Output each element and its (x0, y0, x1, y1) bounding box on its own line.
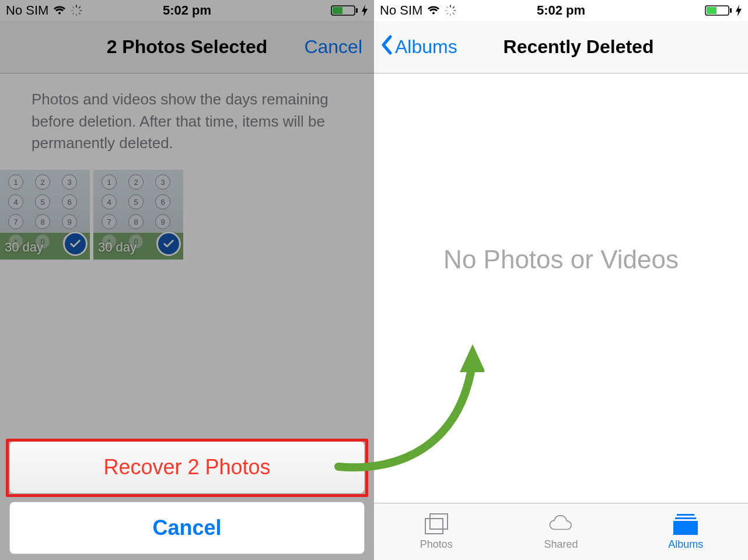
tab-label: Albums (668, 538, 703, 551)
selected-checkmark-icon (63, 232, 88, 256)
svg-rect-23 (430, 514, 448, 529)
nav-title: Recently Deleted (504, 36, 654, 58)
status-time: 5:02 pm (0, 3, 374, 18)
status-time: 5:02 pm (374, 3, 748, 18)
screen-recover-sheet: No SIM 5:02 pm 2 Photos Selected Cancel … (0, 0, 374, 560)
tab-photos[interactable]: Photos (374, 503, 499, 560)
photo-thumbnail[interactable]: 123 456 789 *0# 30 day (93, 170, 183, 260)
cloud-icon (548, 513, 575, 536)
action-sheet: Recover 2 Photos Cancel (9, 433, 365, 554)
tab-label: Shared (544, 538, 578, 551)
tab-shared[interactable]: Shared (499, 503, 624, 560)
svg-rect-25 (675, 517, 696, 519)
albums-tab-icon (672, 513, 699, 536)
tab-label: Photos (420, 538, 453, 551)
description-text: Photos and videos show the days remainin… (0, 74, 374, 170)
back-label: Albums (395, 36, 457, 58)
cancel-button[interactable]: Cancel (304, 36, 362, 58)
tab-bar: Photos Shared Albums (374, 503, 748, 560)
nav-bar: 2 Photos Selected Cancel (0, 21, 374, 74)
nav-title: 2 Photos Selected (107, 36, 268, 58)
svg-rect-26 (673, 521, 698, 535)
cancel-sheet-button[interactable]: Cancel (9, 502, 365, 554)
photos-tab-icon (423, 513, 450, 536)
svg-rect-24 (677, 514, 694, 516)
status-bar: No SIM 5:02 pm (374, 0, 748, 21)
days-remaining-label: 30 day (98, 240, 137, 255)
svg-rect-22 (425, 519, 443, 534)
recover-photos-button[interactable]: Recover 2 Photos (9, 441, 365, 494)
back-button[interactable]: Albums (380, 34, 457, 60)
thumbnail-row: 123 456 789 *0# 30 day 123 456 789 *0# 3… (0, 170, 374, 260)
tab-albums[interactable]: Albums (623, 503, 748, 560)
days-remaining-label: 30 day (5, 240, 43, 255)
photo-thumbnail[interactable]: 123 456 789 *0# 30 day (0, 170, 90, 260)
nav-bar: Albums Recently Deleted (374, 21, 748, 74)
chevron-left-icon (380, 34, 394, 60)
status-bar: No SIM 5:02 pm (0, 0, 374, 21)
empty-state-message: No Photos or Videos (374, 245, 748, 274)
selected-checkmark-icon (156, 232, 181, 256)
screen-recently-deleted-empty: No SIM 5:02 pm Albums Recently Deleted (374, 0, 748, 560)
